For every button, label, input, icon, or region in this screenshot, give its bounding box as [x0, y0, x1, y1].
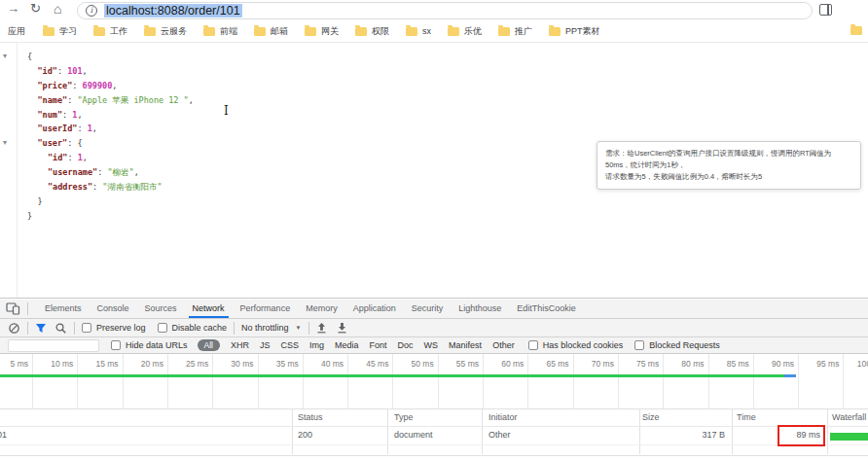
- json-token: "柳岩": [107, 167, 133, 177]
- device-toolbar-icon[interactable]: [6, 302, 20, 315]
- json-line: }: [0, 195, 868, 209]
- bookmark-folder-item[interactable]: 推广: [498, 25, 532, 38]
- clear-icon[interactable]: [8, 322, 20, 335]
- overview-timeline-bar: [0, 374, 784, 377]
- request-status-cell[interactable]: 200: [298, 426, 312, 444]
- home-icon[interactable]: ⌂: [54, 1, 61, 17]
- column-header-name[interactable]: Name: [0, 408, 282, 426]
- ruler-tick-label: 40 ms: [321, 359, 344, 369]
- collapse-arrow-icon[interactable]: ▾: [3, 50, 7, 64]
- preserve-log-checkbox[interactable]: Preserve log: [82, 323, 146, 333]
- folder-icon: [93, 27, 105, 36]
- column-header-time[interactable]: Time: [737, 408, 756, 426]
- filter-icon[interactable]: [35, 323, 47, 334]
- url-text[interactable]: localhost:8088/order/101: [104, 4, 242, 18]
- hide-data-urls-checkbox[interactable]: Hide data URLs: [111, 340, 188, 350]
- request-size-cell[interactable]: 317 B: [639, 426, 725, 444]
- request-name-cell[interactable]: 101: [0, 426, 282, 444]
- page-info-icon[interactable]: i: [86, 5, 97, 17]
- devtools-tab-lighthouse[interactable]: Lighthouse: [451, 300, 509, 318]
- filter-chip-xhr[interactable]: XHR: [231, 340, 249, 350]
- checkbox-icon[interactable]: [158, 323, 167, 333]
- search-icon[interactable]: [54, 322, 67, 335]
- bookmark-folder-item[interactable]: 邮箱: [254, 25, 288, 38]
- devtools-tab-network[interactable]: Network: [185, 300, 233, 318]
- bookmark-folder-item[interactable]: 乐优: [448, 25, 482, 38]
- checkbox-icon[interactable]: [82, 323, 91, 333]
- waterfall-bar[interactable]: [830, 433, 868, 441]
- column-header-initiator[interactable]: Initiator: [488, 408, 518, 426]
- json-token: "湖南省衡阳市": [102, 182, 162, 192]
- request-type-cell[interactable]: document: [394, 426, 433, 444]
- json-token: ,: [83, 153, 88, 162]
- json-token: }: [38, 196, 43, 206]
- filter-chip-img[interactable]: Img: [309, 340, 324, 350]
- devtools-tab-performance[interactable]: Performance: [233, 300, 299, 318]
- json-token: "name": [38, 95, 68, 105]
- devtools-tab-security[interactable]: Security: [404, 300, 452, 318]
- throttling-select[interactable]: No throttling ▼: [241, 323, 301, 333]
- column-header-type[interactable]: Type: [394, 408, 414, 426]
- ruler-tick-label: 55 ms: [456, 359, 479, 369]
- column-header-waterfall[interactable]: Waterfall: [832, 408, 866, 426]
- ruler-tick-label: 30 ms: [231, 359, 253, 369]
- bookmark-folder-item[interactable]: 前端: [203, 25, 237, 38]
- requirement-note-line2: 请求数量为5，失败阈值比例为0.4，熔断时长为5: [605, 171, 852, 183]
- network-filter-input[interactable]: [8, 339, 99, 352]
- column-header-status[interactable]: Status: [298, 408, 323, 426]
- json-token: : {: [67, 138, 82, 148]
- devtools-tab-memory[interactable]: Memory: [298, 300, 345, 318]
- bookmark-folder-item[interactable]: 工作: [93, 25, 127, 38]
- filter-chip-js[interactable]: JS: [260, 340, 271, 350]
- devtools-tab-console[interactable]: Console: [90, 300, 137, 318]
- bookmark-folder-item[interactable]: sx: [406, 26, 431, 36]
- preserve-log-label: Preserve log: [96, 323, 146, 333]
- filter-chip-css[interactable]: CSS: [281, 340, 300, 350]
- filter-chip-other[interactable]: Other: [492, 340, 515, 350]
- import-har-icon[interactable]: [316, 322, 327, 334]
- folder-icon[interactable]: [850, 26, 862, 35]
- blocked-requests-checkbox[interactable]: Blocked Requests: [634, 340, 720, 350]
- checkbox-icon[interactable]: [528, 340, 538, 350]
- devtools-tab-editthiscookie[interactable]: EditThisCookie: [509, 300, 584, 318]
- json-line: "id": 101,: [0, 64, 868, 79]
- devtools-tab-application[interactable]: Application: [345, 300, 404, 318]
- bookmark-folder-item[interactable]: 云服务: [144, 25, 187, 38]
- disable-cache-checkbox[interactable]: Disable cache: [158, 323, 228, 333]
- json-token: :: [72, 81, 82, 90]
- request-initiator-cell[interactable]: Other: [488, 426, 511, 444]
- filter-chip-ws[interactable]: WS: [424, 340, 439, 350]
- bookmark-folder-item[interactable]: 权限: [355, 25, 389, 38]
- collapse-arrow-icon[interactable]: ▾: [3, 136, 7, 151]
- devtools-tab-sources[interactable]: Sources: [137, 300, 185, 318]
- folder-icon: [43, 27, 54, 36]
- bookmark-folder-item[interactable]: 学习: [43, 25, 77, 38]
- column-header-size[interactable]: Size: [642, 408, 660, 426]
- address-bar[interactable]: i localhost:8088/order/101: [77, 2, 813, 19]
- forward-icon[interactable]: →: [7, 1, 19, 16]
- json-token: 699900: [83, 81, 113, 90]
- checkbox-icon[interactable]: [111, 340, 121, 350]
- timeline-ruler: 5 ms10 ms15 ms20 ms25 ms30 ms35 ms40 ms4…: [0, 354, 868, 374]
- json-token: :: [62, 110, 72, 120]
- filter-chip-media[interactable]: Media: [335, 340, 359, 350]
- bookmark-list: 学习工作云服务前端邮箱网关权限sx乐优推广PPT素材: [43, 25, 617, 38]
- reload-icon[interactable]: ↻: [30, 1, 41, 16]
- checkbox-icon[interactable]: [634, 340, 644, 350]
- has-blocked-cookies-checkbox[interactable]: Has blocked cookies: [528, 340, 624, 350]
- filter-chip-all[interactable]: All: [198, 339, 220, 351]
- devtools-tab-elements[interactable]: Elements: [37, 300, 90, 318]
- filter-chip-font[interactable]: Font: [370, 340, 387, 350]
- bookmark-label: 邮箱: [271, 25, 288, 38]
- export-har-icon[interactable]: [337, 322, 347, 334]
- divider: [0, 455, 868, 456]
- json-token: :: [92, 182, 102, 192]
- bookmark-folder-item[interactable]: PPT素材: [549, 25, 600, 38]
- filter-chip-manifest[interactable]: Manifest: [449, 340, 482, 350]
- bookmark-folder-item[interactable]: 网关: [305, 25, 339, 38]
- apps-label[interactable]: 应用: [8, 25, 25, 38]
- folder-icon: [305, 27, 316, 36]
- folder-icon: [355, 27, 367, 36]
- filter-chip-doc[interactable]: Doc: [398, 340, 414, 350]
- side-panel-icon[interactable]: [819, 4, 832, 16]
